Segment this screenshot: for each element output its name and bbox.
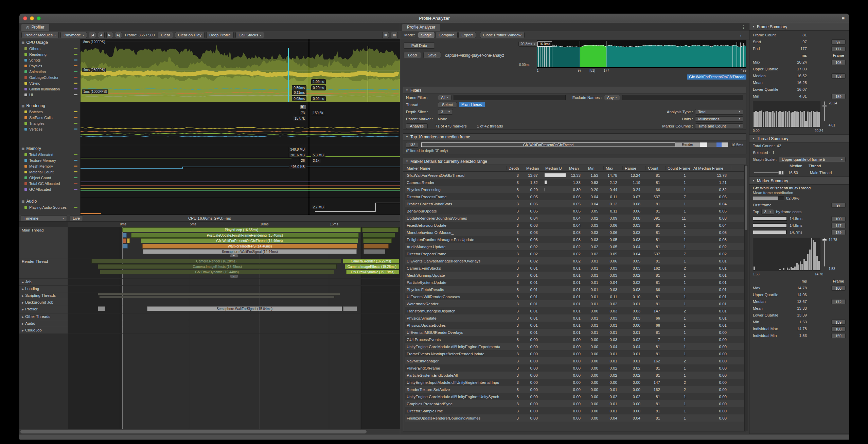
legend-item-batches[interactable]: Batches: [19, 109, 80, 115]
tab-profile-analyzer[interactable]: Profile Analyzer: [402, 24, 440, 31]
tab-profiler[interactable]: ◷ Profiler: [21, 24, 49, 31]
prev-frame-icon[interactable]: ◀: [98, 32, 105, 38]
legend-item-global-illumination[interactable]: Global Illumination: [19, 86, 80, 92]
timeline-span[interactable]: [364, 244, 389, 249]
name-filter-input[interactable]: [454, 95, 566, 100]
close-button[interactable]: [23, 16, 27, 20]
memory-chart[interactable]: [81, 145, 400, 198]
legend-item-playing-audio-sources[interactable]: Playing Audio Sources: [19, 204, 80, 210]
timeline-span[interactable]: Gfx.DrawDynamic (15.44ms): [100, 270, 334, 274]
chart-playhead[interactable]: [309, 39, 309, 215]
table-row[interactable]: UpdateRendererBoundingVolumes30.040.040.…: [405, 215, 746, 222]
top-marker-segment[interactable]: [707, 142, 716, 147]
frame-jump-button[interactable]: 100: [831, 286, 846, 291]
close-profiler-window-button[interactable]: Close Profiler Window: [480, 32, 525, 38]
table-row[interactable]: UIEvents.WillRenderCanvases30.010.010.01…: [405, 293, 746, 300]
table-row[interactable]: UnityEngine.CoreModule.dll!UnityEngine::…: [405, 393, 746, 400]
top-marker-segment[interactable]: [700, 142, 707, 147]
exclude-names-input[interactable]: [622, 95, 743, 100]
first-frame-icon[interactable]: |◀: [89, 32, 96, 38]
timeline-span[interactable]: [364, 249, 385, 254]
table-row[interactable]: Camera.Render31.321.330.932.121.198111.2…: [405, 179, 746, 186]
legend-item-rendering[interactable]: Rendering: [19, 51, 80, 57]
frame-summary-header[interactable]: ▼ Frame Summary: [749, 23, 849, 31]
table-row[interactable]: Director.ProcessFrame30.050.060.040.110.…: [405, 193, 746, 200]
legend-item-others[interactable]: Others: [19, 46, 80, 51]
column-header-max[interactable]: Max: [604, 166, 623, 170]
table-row[interactable]: UIEvents.IMGUIRenderOverlays30.010.010.0…: [405, 329, 746, 336]
selected-thread-chip[interactable]: Main Thread: [459, 102, 485, 107]
pane-menu-icon[interactable]: ⋮: [738, 24, 749, 31]
pull-data-button[interactable]: Pull Data: [404, 42, 435, 49]
thread-name-render-thread[interactable]: Render Thread: [19, 258, 68, 279]
table-row[interactable]: Physics.FetchResults30.010.010.010.030.0…: [405, 286, 746, 293]
column-header-count-frame[interactable]: Count Frame: [666, 166, 691, 170]
legend-item-total-gc-allocated[interactable]: Total GC Allocated: [19, 181, 80, 186]
top-marker-segment[interactable]: [716, 142, 722, 147]
table-row[interactable]: Graphics.PresentAndSync30.000.000.000.01…: [405, 400, 746, 407]
frame-jump-button[interactable]: 105: [831, 60, 846, 65]
frame-jump-button[interactable]: 172: [831, 299, 846, 304]
frame-jump-button[interactable]: 177: [831, 46, 846, 51]
table-row[interactable]: NavMeshManager30.000.000.000.010.0116220…: [405, 357, 746, 364]
table-row[interactable]: UnityEngine.InputModule.dll!UnityEngineI…: [405, 379, 746, 386]
cpu-usage-chart[interactable]: [81, 39, 400, 102]
profiler-charts[interactable]: 8ms (120FPS)4ms (250FPS)1ms (1000FPS)1.0…: [81, 39, 400, 215]
column-header-median[interactable]: Median: [524, 166, 543, 170]
table-row[interactable]: Profiler.CollectGlobalStats30.050.050.04…: [405, 200, 746, 207]
filters-header[interactable]: ▼ Filters: [403, 87, 746, 94]
timeline-span[interactable]: [99, 296, 335, 298]
thread-name-other-threads[interactable]: ▶Other Threads: [19, 313, 68, 320]
legend-item-setpass-calls[interactable]: SetPass Calls: [19, 115, 80, 120]
marker-summary-header[interactable]: ▼ Marker Summary: [749, 177, 849, 185]
table-row[interactable]: Gfx.WaitForPresentOnGfxThread313.6713.33…: [405, 172, 746, 179]
thread-summary-header[interactable]: ▼ Thread Summary: [749, 135, 849, 142]
grid-view-icon[interactable]: ▦: [382, 32, 389, 38]
legend-item-texture-memory[interactable]: Texture Memory: [19, 157, 80, 163]
legend-item-gc-allocated[interactable]: GC Allocated: [19, 186, 80, 192]
top-n-dropdown[interactable]: 3 ▾: [761, 209, 774, 215]
table-row[interactable]: Physics.Processing30.290.300.200.440.246…: [405, 186, 746, 193]
last-frame-icon[interactable]: ▶|: [115, 32, 122, 38]
frame-jump-button[interactable]: 147: [831, 223, 846, 228]
name-filter-mode-dropdown[interactable]: All ▾: [438, 95, 451, 100]
analyze-button[interactable]: Analyze: [406, 123, 428, 129]
legend-item-triangles[interactable]: Triangles: [19, 120, 80, 126]
timeline-span[interactable]: Semaphore.WaitForSignal (14.44ms): [143, 249, 357, 254]
mode-export-button[interactable]: Export: [458, 32, 476, 38]
timeline-span[interactable]: [363, 238, 392, 243]
table-row[interactable]: PlayerEndOfFrame30.000.000.000.020.02811…: [405, 364, 746, 372]
hscrollbar-thumb[interactable]: [20, 430, 367, 433]
zoom-button[interactable]: [37, 16, 41, 20]
frame-jump-button[interactable]: 159: [831, 320, 846, 325]
frame-jump-button[interactable]: 159: [831, 94, 846, 99]
legend-item-animation[interactable]: Animation: [19, 69, 80, 74]
legend-item-total-allocated[interactable]: Total Allocated: [19, 152, 80, 157]
clear-button[interactable]: Clear: [158, 32, 173, 38]
top-marker-segment[interactable]: [722, 142, 728, 147]
legend-item-vertices[interactable]: Vertices: [19, 126, 80, 132]
marker-details-header[interactable]: ▼ Marker Details for currently selected …: [403, 158, 746, 165]
rendering-chart[interactable]: [81, 102, 400, 145]
vscrollbar-thumb[interactable]: [745, 166, 747, 230]
thread-name-cloudjob[interactable]: ▶CloudJob: [19, 327, 68, 334]
audio-chart[interactable]: [81, 198, 400, 215]
thread-name-main-thread[interactable]: Main Thread: [19, 227, 68, 258]
playmode-dropdown[interactable]: Playmode ▾: [60, 32, 87, 38]
timeline-span[interactable]: [127, 238, 130, 243]
timeline-span[interactable]: [362, 227, 398, 232]
clear-on-play-toggle[interactable]: Clear on Play: [175, 32, 205, 38]
column-header-count[interactable]: Count: [646, 166, 666, 170]
table-row[interactable]: Camera.FindStacks30.010.010.010.030.0316…: [405, 264, 746, 272]
legend-item-ui[interactable]: UI: [19, 92, 80, 98]
frame-jump-button[interactable]: 100: [831, 326, 846, 331]
timeline-span[interactable]: [123, 238, 126, 243]
timeline-span[interactable]: Gfx.WaitForPresentOnGfxThread (14.46ms): [141, 238, 358, 243]
window-bottom-bar[interactable]: [19, 434, 849, 440]
table-row[interactable]: Monobehaviour.OnMouse_30.030.030.030.060…: [405, 229, 746, 236]
table-row[interactable]: Physics.UpdateBodies30.010.010.010.010.0…: [405, 322, 746, 329]
column-header-min[interactable]: Min: [586, 166, 604, 170]
call-stacks-dropdown[interactable]: Call Stacks ▾: [235, 32, 264, 38]
range-scale-dropdown[interactable]: 20.3ms ▾: [518, 41, 537, 47]
table-row[interactable]: EnlightenRuntimeManager.PostUpdate30.030…: [405, 236, 746, 243]
